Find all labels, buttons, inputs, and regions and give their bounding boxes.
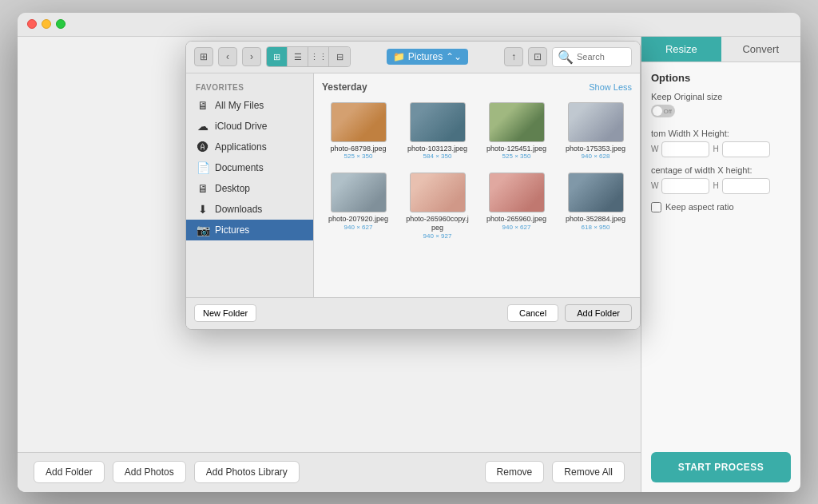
sidebar-item-label: Documents: [215, 162, 264, 173]
file-dims: 940 × 627: [502, 224, 531, 231]
downloads-icon: ⬇: [196, 203, 210, 216]
sidebar-item-label: Downloads: [215, 204, 262, 215]
sidebar-item-all-files[interactable]: 🖥 All My Files: [186, 95, 313, 116]
icon-view-button[interactable]: ⊞: [267, 47, 288, 66]
search-input[interactable]: [577, 52, 633, 62]
cancel-button[interactable]: Cancel: [507, 304, 558, 322]
file-item[interactable]: photo-265960.jpeg 940 × 627: [480, 169, 553, 243]
sidebar-item-label: Desktop: [215, 183, 250, 194]
percentage-label: centage of width X height:: [651, 165, 791, 175]
pictures-icon: 📷: [196, 224, 210, 236]
title-bar: [18, 13, 800, 37]
app-window: Add Folder Add Photos Add Photos Library…: [18, 13, 800, 492]
file-name: photo-265960.jpeg: [486, 215, 546, 224]
remove-all-button[interactable]: Remove All: [552, 461, 625, 483]
forward-button[interactable]: ›: [242, 47, 261, 66]
desktop-icon: 🖥: [196, 182, 210, 195]
dialog-body: Favorites 🖥 All My Files ☁ iCloud Drive …: [186, 73, 640, 297]
file-item[interactable]: photo-207920.jpeg 940 × 627: [322, 169, 395, 243]
file-thumbnail: [410, 173, 466, 212]
sidebar-item-pictures[interactable]: 📷 Pictures: [186, 220, 313, 240]
keep-original-toggle[interactable]: Off: [651, 105, 675, 117]
sidebar-item-downloads[interactable]: ⬇ Downloads: [186, 199, 313, 220]
start-process-button[interactable]: START PROCESS: [651, 452, 791, 482]
list-view-button[interactable]: ☰: [288, 47, 308, 66]
maximize-button[interactable]: [56, 19, 66, 29]
file-dims: 525 × 350: [502, 153, 531, 160]
remove-button[interactable]: Remove: [485, 461, 545, 483]
add-photos-button[interactable]: Add Photos: [113, 461, 186, 483]
file-name: photo-265960copy.jpeg: [404, 215, 471, 232]
file-item[interactable]: photo-265960copy.jpeg 940 × 927: [401, 169, 474, 243]
action-button[interactable]: ⊡: [528, 47, 547, 66]
minimize-button[interactable]: [42, 19, 51, 29]
new-folder-button[interactable]: New Folder: [194, 304, 256, 322]
right-actions: Remove Remove All: [485, 461, 625, 483]
custom-size-label: tom Width X Height:: [651, 129, 791, 138]
width-input[interactable]: [661, 141, 709, 157]
pct-width-label: W: [651, 181, 658, 190]
sidebar-item-icloud[interactable]: ☁ iCloud Drive: [186, 116, 313, 137]
sidebar-item-label: Pictures: [215, 224, 249, 236]
traffic-lights: [27, 19, 66, 29]
file-item[interactable]: photo-352884.jpeg 618 × 950: [559, 169, 632, 243]
sidebar-item-label: Applications: [215, 141, 267, 153]
file-name: photo-175353.jpeg: [566, 145, 625, 153]
dialog-toolbar: ⊞ ‹ › ⊞ ☰ ⋮⋮ ⊟ 📁 Pictures ⌃⌄ ↑ ⊡ 🔍: [186, 42, 640, 73]
right-panel: Resize Convert Options Keep Original siz…: [641, 37, 800, 492]
add-folder-dialog-button[interactable]: Add Folder: [565, 304, 632, 322]
right-tabs: Resize Convert: [641, 37, 800, 62]
file-area-header: Yesterday Show Less: [322, 81, 632, 93]
file-thumbnail: [331, 173, 387, 212]
options-panel: Options Keep Original size Off tom Width…: [641, 62, 800, 452]
applications-icon: 🅐: [196, 141, 210, 153]
folder-name: Pictures: [408, 51, 443, 62]
add-folder-button[interactable]: Add Folder: [34, 461, 105, 483]
custom-size-inputs: W H 200: [651, 141, 791, 157]
close-button[interactable]: [27, 19, 37, 29]
file-area: Yesterday Show Less photo-68798.jpeg 525…: [314, 73, 640, 297]
file-thumbnail: [568, 102, 624, 142]
sidebar-item-documents[interactable]: 📄 Documents: [186, 157, 313, 178]
add-photos-library-button[interactable]: Add Photos Library: [194, 461, 300, 483]
file-name: photo-352884.jpeg: [566, 215, 625, 224]
file-item[interactable]: photo-175353.jpeg 940 × 628: [559, 99, 632, 164]
sidebar-toggle-button[interactable]: ⊞: [194, 47, 213, 66]
folder-chevron-icon: ⌃⌄: [446, 51, 462, 62]
view-buttons: ⊞ ☰ ⋮⋮ ⊟: [266, 46, 351, 67]
folder-selector[interactable]: 📁 Pictures ⌃⌄: [387, 49, 468, 65]
file-thumbnail: [489, 102, 545, 142]
file-grid: photo-68798.jpeg 525 × 350 photo-103123.…: [322, 99, 632, 243]
pct-width-input[interactable]: [661, 178, 709, 194]
file-dims: 618 × 950: [582, 224, 610, 231]
back-button[interactable]: ‹: [218, 47, 237, 66]
sidebar-item-label: iCloud Drive: [215, 121, 267, 132]
column-view-button[interactable]: ⋮⋮: [308, 47, 329, 66]
file-sidebar: Favorites 🖥 All My Files ☁ iCloud Drive …: [186, 73, 314, 297]
tab-resize[interactable]: Resize: [641, 37, 721, 62]
file-dims: 940 × 627: [344, 224, 373, 231]
file-thumbnail: [331, 102, 387, 142]
file-item[interactable]: photo-103123.jpeg 584 × 350: [401, 99, 474, 164]
file-dims: 584 × 350: [423, 153, 452, 160]
all-files-icon: 🖥: [196, 99, 210, 112]
documents-icon: 📄: [196, 161, 210, 174]
show-less-button[interactable]: Show Less: [589, 82, 632, 92]
file-dims: 940 × 927: [423, 232, 452, 240]
coverflow-view-button[interactable]: ⊟: [329, 47, 350, 66]
keep-aspect-checkbox[interactable]: [651, 202, 661, 212]
file-item[interactable]: photo-68798.jpeg 525 × 350: [322, 99, 395, 164]
file-name: photo-207920.jpeg: [328, 215, 388, 224]
file-item[interactable]: photo-125451.jpeg 525 × 350: [480, 99, 553, 164]
favorites-title: Favorites: [186, 80, 313, 95]
height-input[interactable]: 200: [722, 141, 770, 157]
tab-convert[interactable]: Convert: [721, 37, 801, 62]
file-thumbnail: [568, 173, 624, 212]
share-button[interactable]: ↑: [504, 47, 523, 66]
search-icon: 🔍: [558, 50, 574, 65]
sidebar-item-applications[interactable]: 🅐 Applications: [186, 137, 313, 157]
sidebar-item-desktop[interactable]: 🖥 Desktop: [186, 178, 313, 199]
width-label: W: [651, 145, 658, 153]
file-name: photo-103123.jpeg: [407, 145, 467, 153]
pct-height-input[interactable]: 100: [722, 178, 770, 194]
